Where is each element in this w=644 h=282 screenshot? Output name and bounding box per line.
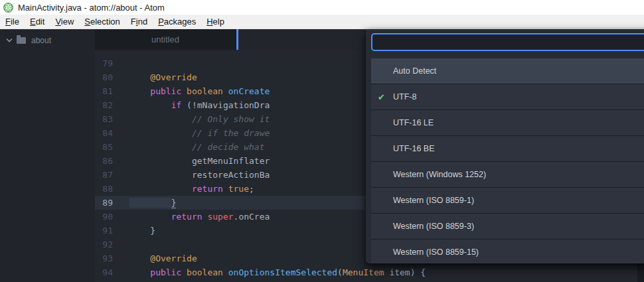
atom-window: MainActivity.java - atom://about - Atom … (0, 0, 644, 282)
line-number: 83 (95, 112, 113, 126)
line-text: } (113, 224, 155, 238)
encoding-selector-modal: Auto Detect✔UTF-8UTF-16 LEUTF-16 BEWeste… (366, 29, 644, 263)
encoding-item-label: Western (ISO 8859-15) (393, 247, 479, 257)
encoding-item-label: UTF-16 BE (393, 144, 435, 153)
editor-pane: untitled 7980 @Override81 public boolean… (95, 29, 644, 282)
encoding-item-label: UTF-16 LE (393, 118, 434, 127)
workspace: about untitled 7980 @Override81 public b… (0, 29, 644, 282)
tab-untitled[interactable]: untitled (95, 29, 236, 50)
encoding-item-auto-detect[interactable]: Auto Detect (371, 58, 644, 84)
line-text: // decide what (113, 140, 265, 154)
line-number: 90 (95, 210, 113, 224)
line-text: @Override (113, 70, 197, 84)
atom-icon (3, 3, 13, 13)
line-number: 94 (95, 265, 113, 279)
encoding-item-western-windows-1252-[interactable]: Western (Windows 1252) (371, 162, 644, 188)
encoding-item-western-iso-8859-3-[interactable]: Western (ISO 8859-3) (371, 214, 644, 240)
line-text: restoreActionBa (113, 168, 270, 182)
folder-icon (17, 37, 26, 44)
encoding-item-utf-16-le[interactable]: UTF-16 LE (371, 110, 644, 136)
menu-packages[interactable]: Packages (153, 15, 201, 28)
tree-item-label: about (31, 36, 51, 45)
line-text: // Only show it (113, 112, 270, 126)
line-text (113, 238, 129, 251)
checkmark-icon: ✔ (378, 92, 385, 102)
line-number: 79 (95, 56, 113, 70)
line-number: 82 (95, 98, 113, 112)
code-line[interactable]: 95 // Handle action bar item clicks here… (95, 279, 644, 282)
line-text (113, 56, 129, 70)
encoding-item-label: Auto Detect (393, 66, 436, 76)
active-pane-indicator (236, 29, 238, 50)
encoding-item-western-iso-8859-15-[interactable]: Western (ISO 8859-15) (371, 240, 644, 263)
line-text: getMenuInflater (113, 154, 270, 168)
line-number: 87 (95, 168, 113, 182)
tab-label: untitled (151, 35, 179, 44)
line-text: public boolean onOptionsItemSelected(Men… (113, 265, 426, 279)
encoding-filter-input[interactable] (371, 33, 644, 51)
line-text: } (113, 196, 176, 210)
menu-find[interactable]: Find (125, 15, 153, 28)
line-number: 84 (95, 126, 113, 140)
menu-file[interactable]: File (0, 15, 25, 28)
line-text: public boolean onCreate (113, 84, 270, 98)
encoding-item-label: Western (ISO 8859-1) (393, 196, 474, 205)
encoding-item-western-iso-8859-1-[interactable]: Western (ISO 8859-1) (371, 188, 644, 214)
line-number: 85 (95, 140, 113, 154)
code-line[interactable]: 94 public boolean onOptionsItemSelected(… (95, 265, 644, 279)
line-text: return super.onCrea (113, 210, 270, 224)
line-number: 81 (95, 84, 113, 98)
chevron-down-icon[interactable] (6, 37, 13, 44)
tree-item-about[interactable]: about (0, 33, 95, 48)
encoding-list: Auto Detect✔UTF-8UTF-16 LEUTF-16 BEWeste… (371, 58, 644, 263)
line-text: // Handle action bar item clicks here. T… (113, 279, 442, 282)
line-text: if (!mNavigationDra (113, 98, 270, 112)
line-number: 80 (95, 70, 113, 84)
line-number: 86 (95, 154, 113, 168)
line-text: @Override (113, 251, 197, 265)
line-number: 93 (95, 251, 113, 265)
encoding-item-label: UTF-8 (393, 92, 416, 102)
menu-edit[interactable]: Edit (25, 15, 50, 28)
tree-view: about (0, 29, 95, 282)
title-bar: MainActivity.java - atom://about - Atom (0, 0, 644, 15)
line-text: return true; (113, 182, 254, 196)
encoding-item-utf-8[interactable]: ✔UTF-8 (371, 84, 644, 110)
encoding-item-utf-16-be[interactable]: UTF-16 BE (371, 136, 644, 162)
line-number: 88 (95, 182, 113, 196)
line-text: // if the drawe (113, 126, 270, 140)
line-number: 92 (95, 238, 113, 251)
menu-view[interactable]: View (50, 15, 79, 28)
window-title: MainActivity.java - atom://about - Atom (18, 3, 165, 13)
line-number: 91 (95, 224, 113, 238)
menu-selection[interactable]: Selection (79, 15, 125, 28)
encoding-item-label: Western (Windows 1252) (393, 170, 486, 179)
menu-bar: FileEditViewSelectionFindPackagesHelp (0, 15, 644, 29)
encoding-item-label: Western (ISO 8859-3) (393, 222, 474, 231)
line-number: 95 (95, 279, 113, 282)
menu-help[interactable]: Help (201, 15, 230, 28)
line-number: 89 (95, 196, 113, 210)
